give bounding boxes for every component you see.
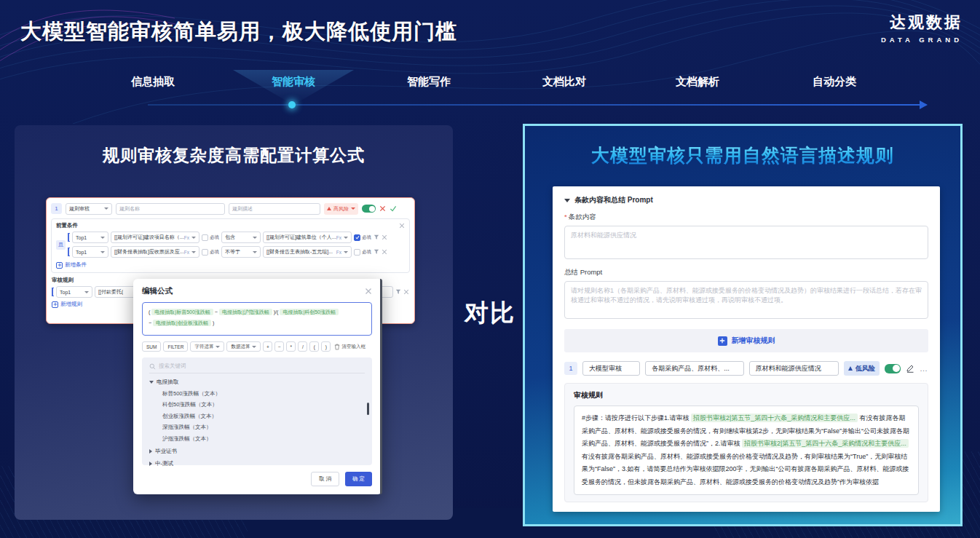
close-paren-button[interactable]: )	[321, 341, 331, 352]
rule-enabled-toggle[interactable]	[885, 364, 901, 373]
filter-icon[interactable]	[374, 249, 379, 255]
chevron-down-icon	[84, 291, 89, 293]
plus-icon	[718, 336, 727, 346]
checkbox-checked-icon[interactable]	[354, 234, 360, 241]
tree-item[interactable]: 创业板涨跌幅（文本）	[162, 413, 365, 420]
open-paren-button[interactable]: (	[309, 341, 319, 352]
remove-rule-icon[interactable]	[403, 289, 409, 295]
rule-name-input[interactable]: 规则名称	[116, 203, 225, 215]
summary-prompt-textarea[interactable]	[564, 281, 928, 319]
field-select-left[interactable]: [[规划许可证]建设项目名称（... Fx	[111, 232, 199, 243]
field-select-left[interactable]: [[财务报表抽取]应收票据及应... Fx	[111, 246, 199, 258]
brand-logo-en: DATA GRAND	[881, 36, 963, 44]
string-ops-dropdown[interactable]: 字符运算	[190, 341, 224, 352]
formula-token[interactable]: 电报抽取|标普500涨跌幅	[151, 309, 213, 315]
tab-smart-review[interactable]: 智能审核	[272, 75, 315, 89]
required-checkbox[interactable]: 必填	[202, 249, 219, 256]
cancel-button[interactable]: 取 消	[311, 472, 339, 486]
search-field[interactable]: 搜索关键词	[149, 363, 365, 373]
checkbox-icon[interactable]	[202, 234, 208, 241]
tab-info-extraction[interactable]: 信息抽取	[131, 75, 175, 89]
rule-type-select[interactable]: 规则审核	[66, 203, 112, 215]
formula-token[interactable]: 电报抽取|创业板涨跌幅	[153, 320, 211, 326]
chevron-down-icon	[344, 251, 348, 253]
multiply-op-button[interactable]: *	[286, 341, 296, 352]
bracket-icon	[52, 288, 54, 296]
add-review-rule-button[interactable]: 新增审核规则	[564, 329, 928, 352]
field-reference-chip[interactable]: 招股书审核2|第五节_第四十六条_采购情况和主要供应...	[691, 414, 858, 422]
rule-clause-field[interactable]: 各期采购产品、原材料、...	[645, 361, 743, 376]
operator-select[interactable]: 不等于	[221, 246, 261, 258]
required-checkbox[interactable]: 必填	[202, 234, 219, 241]
divide-op-button[interactable]: /	[298, 341, 307, 352]
tab-smart-writing[interactable]: 智能写作	[407, 75, 451, 89]
more-actions-icon[interactable]: …	[920, 364, 928, 373]
tree-item[interactable]: 标普500涨跌幅（文本）	[162, 390, 365, 397]
sum-button[interactable]: SUM	[142, 341, 161, 352]
fx-function-icon[interactable]: Fx	[336, 235, 348, 240]
brand-logo-cn: 达观数据	[881, 12, 963, 33]
tree-group-test[interactable]: 中-测试	[149, 460, 365, 467]
field-select-right[interactable]: [[规划许可证]建筑单位（个人... Fx	[263, 232, 352, 243]
add-condition-button[interactable]: 新增条件	[56, 261, 87, 269]
prompt-section-header[interactable]: 条款内容和总结 Prompt	[564, 195, 928, 205]
clear-input-button[interactable]: 清空输入框	[334, 344, 365, 350]
fx-function-icon[interactable]: Fx	[336, 250, 348, 255]
confirm-button[interactable]: 确 定	[345, 472, 372, 486]
minus-op-button[interactable]: −	[274, 341, 284, 352]
scope-select[interactable]: Top1	[72, 246, 108, 258]
delete-rule-icon[interactable]	[379, 205, 386, 212]
tree-item[interactable]: 科创50涨跌幅（文本）	[162, 401, 365, 408]
rule-enabled-toggle[interactable]	[362, 205, 376, 213]
confirm-rule-icon[interactable]	[390, 205, 397, 212]
warning-triangle-icon	[848, 366, 853, 371]
field-select-right[interactable]: [[财务报告主表抽取-五元组]... Fx	[263, 246, 352, 258]
tree-item[interactable]: 深指涨跌幅（文本）	[162, 424, 365, 431]
filter-button[interactable]: FILTER	[163, 341, 188, 352]
close-modal-icon[interactable]	[365, 288, 372, 295]
filter-icon[interactable]	[395, 289, 401, 295]
close-section-icon[interactable]	[399, 223, 405, 229]
left-panel: 规则审核复杂度高需配置计算公式 1 规则审核 规则名称 规则描述 高风险	[15, 125, 453, 520]
formula-input[interactable]: (电报抽取|标普500涨跌幅−电报抽取|沪指涨跌幅)/(电报抽取|科创50涨跌幅…	[142, 302, 372, 336]
risk-level-badge[interactable]: 低风险	[844, 361, 880, 376]
tab-auto-classify[interactable]: 自动分类	[813, 75, 856, 89]
scope-select[interactable]: Top1	[72, 232, 108, 243]
filter-icon[interactable]	[374, 234, 379, 240]
rule-desc-input[interactable]: 规则描述	[229, 203, 320, 215]
rule-target-field[interactable]: 原材料和能源供应情况	[749, 361, 839, 376]
data-ops-dropdown[interactable]: 数据运算	[226, 341, 261, 352]
chevron-down-icon	[191, 251, 196, 253]
summary-prompt-label: 总结 Prompt	[564, 268, 928, 277]
plus-op-button[interactable]: +	[263, 341, 272, 352]
tab-doc-parsing[interactable]: 文档解析	[676, 75, 719, 89]
modal-scrollbar[interactable]	[380, 279, 383, 494]
fx-function-icon[interactable]: Fx	[184, 235, 196, 240]
edit-pencil-icon[interactable]	[906, 364, 914, 373]
formula-token[interactable]: 电报抽取|科创50涨跌幅	[280, 309, 339, 315]
review-rule-text[interactable]: #步骤：请按序进行以下步骤1.请审核 招股书审核2|第五节_第四十六条_采购情况…	[574, 406, 919, 495]
tree-group-telegraph[interactable]: 电报抽取	[149, 379, 365, 386]
tab-doc-compare[interactable]: 文档比对	[542, 75, 586, 89]
required-checkbox-checked[interactable]: 必填	[354, 234, 371, 241]
add-rule-button[interactable]: 新增规则	[52, 301, 82, 308]
tree-scrollbar-thumb[interactable]	[367, 403, 369, 415]
remove-condition-icon[interactable]	[382, 234, 387, 240]
required-checkbox[interactable]: 必填	[354, 249, 371, 256]
rule-type-field[interactable]: 大模型审核	[582, 361, 640, 376]
remove-condition-icon[interactable]	[382, 249, 387, 255]
checkbox-icon[interactable]	[202, 249, 208, 256]
formula-token[interactable]: 电报抽取|沪指涨跌幅	[219, 309, 272, 315]
clause-content-textarea[interactable]	[564, 226, 928, 259]
checkbox-icon[interactable]	[354, 249, 360, 256]
tree-item[interactable]: 沪指涨跌幅（文本）	[162, 435, 365, 443]
fx-function-icon[interactable]: Fx	[184, 250, 196, 255]
field-reference-chip[interactable]: 招股书审核2|第五节_第四十六条_采购情况和主要供应...	[742, 439, 909, 448]
tree-group-diploma[interactable]: 毕业证书	[149, 448, 365, 455]
operator-select[interactable]: 包含	[221, 232, 261, 243]
warning-triangle-icon	[327, 207, 331, 210]
scope-select[interactable]: Top1	[56, 286, 92, 298]
risk-level-select[interactable]: 高风险	[324, 203, 358, 215]
rule-index-badge: 1	[564, 362, 577, 375]
nav-timeline	[148, 104, 921, 106]
